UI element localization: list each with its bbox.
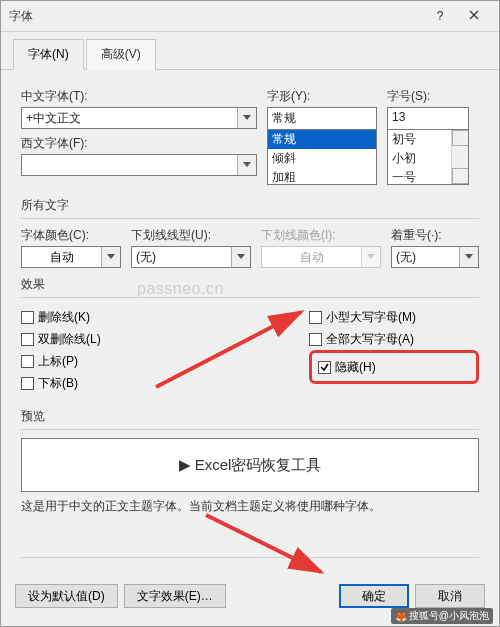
label-style: 字形(Y): xyxy=(267,88,377,105)
label-size: 字号(S): xyxy=(387,88,469,105)
checkbox-smallcaps[interactable]: 小型大写字母(M) xyxy=(309,307,479,327)
cancel-button[interactable]: 取消 xyxy=(415,584,485,608)
scrollbar[interactable] xyxy=(451,130,468,184)
help-button[interactable]: ? xyxy=(423,4,457,28)
divider xyxy=(21,557,479,558)
font-dialog: 字体 ? 字体(N) 高级(V) 中文字体(T): +中文正文 西文字体(F): xyxy=(0,0,500,627)
checkbox-icon xyxy=(21,355,34,368)
checkbox-icon xyxy=(21,377,34,390)
font-color-combo[interactable]: 自动 xyxy=(21,246,121,268)
dialog-title: 字体 xyxy=(9,8,423,25)
size-input[interactable]: 13 xyxy=(387,107,469,129)
label-underline-color: 下划线颜色(I): xyxy=(261,227,381,244)
underline-color-combo: 自动 xyxy=(261,246,381,268)
chevron-down-icon xyxy=(361,247,380,267)
close-button[interactable] xyxy=(457,4,491,28)
tab-advanced[interactable]: 高级(V) xyxy=(86,39,156,70)
chevron-down-icon xyxy=(237,155,256,175)
checkbox-icon xyxy=(309,333,322,346)
checkbox-icon xyxy=(21,311,34,324)
tab-font[interactable]: 字体(N) xyxy=(13,39,84,70)
label-underline-style: 下划线线型(U): xyxy=(131,227,251,244)
preview-description: 这是用于中文的正文主题字体。当前文档主题定义将使用哪种字体。 xyxy=(21,498,479,515)
checkbox-icon xyxy=(309,311,322,324)
western-font-combo[interactable] xyxy=(21,154,257,176)
group-all-text: 所有文字 xyxy=(21,197,479,214)
close-icon xyxy=(469,9,479,23)
chevron-down-icon xyxy=(459,247,478,267)
checkbox-icon xyxy=(318,361,331,374)
checkbox-superscript[interactable]: 上标(P) xyxy=(21,351,221,371)
style-listbox[interactable]: 常规 倾斜 加粗 xyxy=(267,129,377,185)
divider xyxy=(21,429,479,430)
fox-icon: 🦊 xyxy=(395,611,407,622)
size-listbox[interactable]: 初号 小初 一号 xyxy=(387,129,469,185)
divider xyxy=(21,297,479,298)
list-item[interactable]: 倾斜 xyxy=(268,149,376,168)
checkbox-allcaps[interactable]: 全部大写字母(A) xyxy=(309,329,479,349)
divider xyxy=(21,218,479,219)
scroll-down-icon[interactable] xyxy=(452,168,469,184)
group-preview: 预览 xyxy=(21,408,479,425)
question-icon: ? xyxy=(437,9,444,23)
scroll-up-icon[interactable] xyxy=(452,130,469,146)
set-default-button[interactable]: 设为默认值(D) xyxy=(15,584,118,608)
label-western-font: 西文字体(F): xyxy=(21,135,257,152)
ok-button[interactable]: 确定 xyxy=(339,584,409,608)
label-emphasis: 着重号(·): xyxy=(391,227,479,244)
style-input[interactable]: 常规 xyxy=(267,107,377,129)
chevron-down-icon xyxy=(231,247,250,267)
checkbox-subscript[interactable]: 下标(B) xyxy=(21,373,221,393)
label-font-color: 字体颜色(C): xyxy=(21,227,121,244)
group-effects: 效果 xyxy=(21,276,479,293)
source-badge: 🦊 搜狐号@小风泡泡 xyxy=(391,608,493,624)
tab-strip: 字体(N) 高级(V) xyxy=(1,32,499,70)
checkbox-double-strike[interactable]: 双删除线(L) xyxy=(21,329,221,349)
emphasis-combo[interactable]: (无) xyxy=(391,246,479,268)
label-cn-font: 中文字体(T): xyxy=(21,88,257,105)
checkbox-icon xyxy=(21,333,34,346)
underline-style-combo[interactable]: (无) xyxy=(131,246,251,268)
list-item[interactable]: 加粗 xyxy=(268,168,376,185)
checkbox-strike[interactable]: 删除线(K) xyxy=(21,307,221,327)
list-item[interactable]: 常规 xyxy=(268,130,376,149)
cn-font-combo[interactable]: +中文正文 xyxy=(21,107,257,129)
highlight-hidden-checkbox: 隐藏(H) xyxy=(309,350,479,384)
preview-text: ▶ Excel密码恢复工具 xyxy=(179,456,322,475)
chevron-down-icon xyxy=(237,108,256,128)
preview-box: ▶ Excel密码恢复工具 xyxy=(21,438,479,492)
titlebar: 字体 ? xyxy=(1,1,499,32)
checkbox-hidden[interactable]: 隐藏(H) xyxy=(318,357,376,377)
chevron-down-icon xyxy=(101,247,120,267)
dialog-body: 中文字体(T): +中文正文 西文字体(F): 字形(Y): 常规 常规 xyxy=(1,70,499,574)
text-effects-button[interactable]: 文字效果(E)… xyxy=(124,584,226,608)
